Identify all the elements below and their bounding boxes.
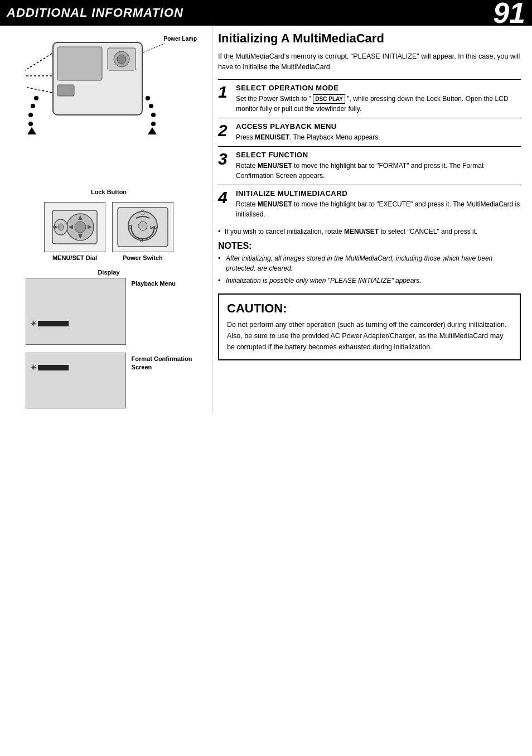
svg-rect-18 [57,85,74,96]
svg-line-7 [25,87,52,93]
menu-set-dial-label: MENU/SET Dial [52,254,97,261]
header-title: ADDITIONAL INFORMATION [7,6,183,20]
format-cursor-arrow: ✳ [31,363,37,372]
svg-point-12 [146,96,150,100]
step-2: 2 ACCESS PLAYBACK MENU Press MENU/SET. T… [218,118,521,146]
dsc-play-badge: DSC PLAY [313,94,345,104]
step-2-heading: ACCESS PLAYBACK MENU [236,122,521,131]
page-number: 91 [493,0,525,27]
note-item-1: After initializing, all images stored in… [218,253,521,273]
step-4-number: 4 [218,189,231,206]
camera-illustration: Power Lamp [20,31,198,187]
svg-line-5 [25,54,52,70]
svg-point-14 [151,113,156,117]
notes-section: NOTES: After initializing, all images st… [218,241,521,286]
step-2-number: 2 [218,122,231,139]
notes-title: NOTES: [218,241,521,251]
playback-menu-label: Playback Menu [132,278,176,287]
steps-container: 1 SELECT OPERATION MODE Set the Power Sw… [218,79,521,223]
format-confirmation-display: ✳ [26,353,126,408]
svg-point-15 [151,122,156,126]
svg-text:D: D [128,224,132,230]
step-1-content: SELECT OPERATION MODE Set the Power Swit… [236,84,521,114]
svg-point-9 [31,104,35,108]
caution-title: CAUTION: [227,301,512,316]
left-column: Power Lamp Lock Button [0,26,212,414]
step-1: 1 SELECT OPERATION MODE Set the Power Sw… [218,79,521,118]
step-4-content: INITIALIZE MULTIMEDIACARD Rotate MENU/SE… [236,189,521,219]
main-content: Power Lamp Lock Button [0,26,532,414]
step-1-text: Set the Power Switch to " DSC PLAY ", wh… [236,94,521,114]
format-highlight-bar [38,365,69,370]
step-4-heading: INITIALIZE MULTIMEDIACARD [236,189,521,198]
svg-point-8 [34,96,38,100]
cursor-highlight-bar [38,321,69,326]
lock-button-label: Lock Button [91,189,127,195]
playback-menu-display-row: ✳ Playback Menu [26,278,192,345]
step-3-content: SELECT FUNCTION Rotate MENU/SET to move … [236,151,521,181]
bullet-cancel: If you wish to cancel initialization, ro… [218,227,521,237]
svg-point-4 [117,55,126,64]
menu-set-dial-box: MENU/SET Dial [44,202,105,261]
svg-point-11 [28,122,33,126]
menu-set-dial-image [44,202,105,252]
step-3-heading: SELECT FUNCTION [236,151,521,159]
step-4-text: Rotate MENU/SET to move the highlight ba… [236,199,521,219]
power-lamp-label: Power Lamp [164,36,197,42]
page-header: ADDITIONAL INFORMATION 91 [0,0,532,26]
caution-box: CAUTION: Do not perform any other operat… [218,293,521,360]
svg-text:↺: ↺ [139,238,144,244]
playback-menu-display: ✳ [26,278,126,345]
svg-text:⊳⊳: ⊳⊳ [149,225,158,230]
svg-marker-17 [148,127,157,134]
step-2-content: ACCESS PLAYBACK MENU Press MENU/SET. The… [236,122,521,142]
step-4: 4 INITIALIZE MULTIMEDIACARD Rotate MENU/… [218,185,521,223]
svg-point-33 [138,221,147,230]
power-switch-label: Power Switch [123,254,163,261]
cursor-arrow: ✳ [31,319,37,328]
step-3-number: 3 [218,151,231,167]
step-1-number: 1 [218,84,231,100]
caution-text: Do not perform any other operation (such… [227,319,512,353]
right-column: Initializing A MultiMediaCard If the Mul… [212,26,532,414]
camera-diagram: Power Lamp Lock Button [11,31,206,408]
step-2-text: Press MENU/SET. The Playback Menu appear… [236,132,521,142]
svg-line-19 [143,44,165,52]
step-3-text: Rotate MENU/SET to move the highlight ba… [236,161,521,181]
power-switch-image: D ⊳⊳ ↺ [112,202,173,252]
intro-text: If the MultiMediaCard's memory is corrup… [218,51,521,73]
format-cursor: ✳ [31,363,69,372]
note-item-2: Initialization is possible only when "PL… [218,276,521,286]
display-label: Display [26,269,192,276]
format-confirmation-label: Format Confirmation Screen [132,353,192,372]
svg-point-13 [149,104,153,108]
svg-point-28 [58,224,64,230]
svg-point-10 [28,113,33,117]
svg-point-22 [75,221,86,233]
step-1-heading: SELECT OPERATION MODE [236,84,521,92]
bottom-devices: MENU/SET Dial [44,202,173,261]
display-section: Display ✳ Playback Menu ✳ [26,269,192,408]
format-confirmation-display-row: ✳ Format Confirmation Screen [26,353,192,408]
section-title: Initializing A MultiMediaCard [218,31,521,46]
svg-marker-16 [27,127,36,134]
step-3: 3 SELECT FUNCTION Rotate MENU/SET to mov… [218,146,521,185]
playback-menu-cursor: ✳ [31,319,69,328]
power-switch-box: D ⊳⊳ ↺ Power Switch [112,202,173,261]
svg-rect-1 [57,47,102,80]
